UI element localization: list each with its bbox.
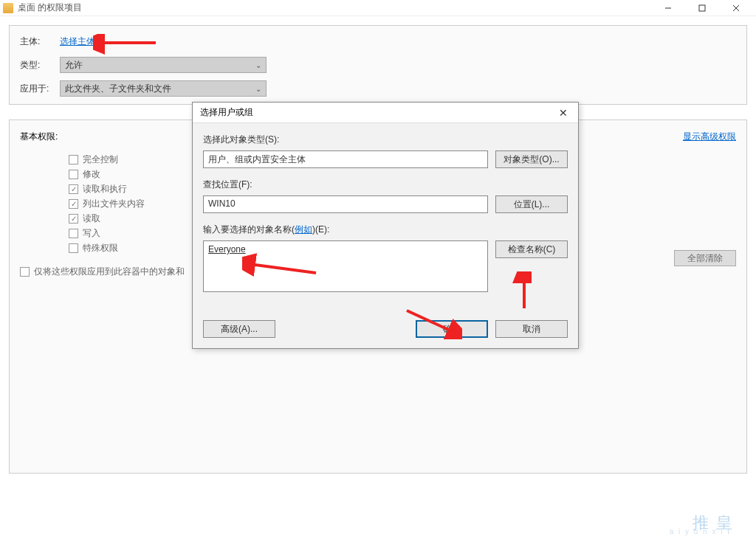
show-advanced-link[interactable]: 显示高级权限 — [683, 131, 736, 143]
location-button[interactable]: 位置(L)... — [495, 195, 568, 213]
permission-checkbox[interactable] — [69, 199, 78, 209]
close-button[interactable] — [719, 0, 753, 16]
chevron-down-icon: ⌄ — [255, 85, 261, 93]
window-title: 桌面 的权限项目 — [18, 1, 82, 14]
top-panel: 主体: 选择主体 类型: 允许 ⌄ 应用于: 此文件夹、子文件夹和文件 ⌄ — [9, 25, 747, 105]
permission-label: 完全控制 — [83, 153, 118, 166]
object-type-label: 选择此对象类型(S): — [203, 134, 568, 146]
watermark-sub: a i y u n x i t — [670, 527, 731, 536]
permission-label: 修改 — [83, 168, 100, 181]
folder-icon — [3, 3, 13, 13]
object-names-input[interactable]: Everyone — [203, 240, 488, 292]
object-type-button[interactable]: 对象类型(O)... — [495, 150, 568, 168]
location-field[interactable]: WIN10 — [203, 195, 488, 213]
applies-dropdown[interactable]: 此文件夹、子文件夹和文件 ⌄ — [60, 80, 267, 97]
type-label: 类型: — [20, 59, 60, 72]
applies-value: 此文件夹、子文件夹和文件 — [65, 83, 171, 95]
apply-only-checkbox[interactable] — [20, 267, 30, 277]
advanced-button[interactable]: 高级(A)... — [203, 320, 275, 338]
maximize-button[interactable] — [685, 0, 719, 16]
dialog-title: 选择用户或组 — [200, 106, 253, 119]
permission-label: 读取 — [83, 212, 100, 225]
permission-label: 列出文件夹内容 — [83, 198, 145, 210]
apply-only-label: 仅将这些权限应用到此容器中的对象和 — [34, 266, 185, 278]
check-names-button[interactable]: 检查名称(C) — [495, 240, 568, 258]
location-label: 查找位置(F): — [203, 179, 568, 191]
permission-checkbox[interactable] — [69, 170, 78, 179]
names-label: 输入要选择的对象名称(例如)(E): — [203, 224, 568, 236]
permission-checkbox[interactable] — [69, 229, 78, 238]
permission-checkbox[interactable] — [69, 155, 78, 164]
permission-checkbox[interactable] — [69, 214, 78, 224]
ok-button[interactable]: 确定 — [416, 320, 488, 338]
select-user-dialog: 选择用户或组 ✕ 选择此对象类型(S): 用户、组或内置安全主体 对象类型(O)… — [192, 102, 579, 349]
type-value: 允许 — [65, 59, 83, 72]
chevron-down-icon: ⌄ — [255, 61, 261, 69]
permission-label: 特殊权限 — [83, 242, 118, 254]
svg-rect-1 — [699, 5, 705, 11]
basic-permissions-label: 基本权限: — [20, 131, 58, 143]
select-principal-link[interactable]: 选择主体 — [60, 35, 95, 48]
dialog-close-button[interactable]: ✕ — [556, 107, 571, 119]
cancel-button[interactable]: 取消 — [495, 320, 568, 338]
principal-label: 主体: — [20, 35, 60, 48]
type-dropdown[interactable]: 允许 ⌄ — [60, 57, 267, 73]
permission-checkbox[interactable] — [69, 243, 78, 253]
permission-checkbox[interactable] — [69, 184, 78, 194]
applies-label: 应用于: — [20, 83, 60, 95]
minimize-button[interactable] — [651, 0, 685, 16]
clear-all-button[interactable]: 全部清除 — [674, 250, 736, 266]
object-type-field[interactable]: 用户、组或内置安全主体 — [203, 150, 488, 168]
permission-label: 读取和执行 — [83, 183, 127, 195]
example-link[interactable]: 例如 — [295, 224, 312, 235]
permission-label: 写入 — [83, 227, 100, 240]
